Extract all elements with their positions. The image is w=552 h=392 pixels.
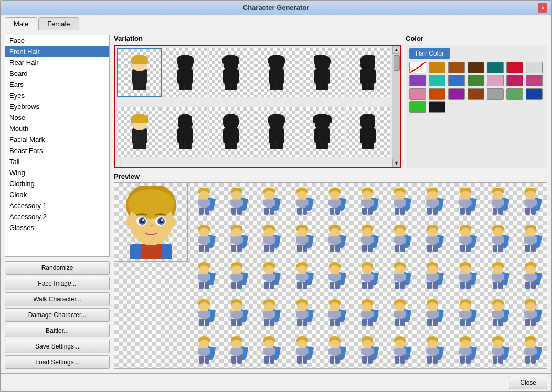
category-accessory2[interactable]: Accessory 2	[5, 211, 109, 222]
variation-scrollbar[interactable]: ▲ ▼	[392, 46, 400, 167]
variation-grid	[115, 46, 392, 167]
sprite-14	[286, 220, 319, 257]
variation-cell-11[interactable]	[345, 107, 390, 157]
category-nose[interactable]: Nose	[5, 112, 109, 123]
color-panel: Hair Color	[406, 45, 547, 168]
swatch-orange[interactable]	[429, 88, 445, 100]
category-eyes[interactable]: Eyes	[5, 90, 109, 101]
swatch-blue[interactable]	[448, 75, 465, 86]
category-glasses[interactable]: Glasses	[5, 222, 109, 233]
load-settings-button[interactable]: Load Settings...	[5, 355, 110, 369]
variation-cell-10[interactable]	[300, 107, 344, 157]
category-wing[interactable]: Wing	[5, 167, 109, 178]
variation-cell-1[interactable]	[163, 48, 207, 97]
category-list: Face Front Hair Rear Hair Beard Ears Eye…	[5, 35, 110, 257]
svg-point-14	[126, 217, 132, 227]
variation-cell-5[interactable]	[345, 48, 390, 97]
category-face[interactable]: Face	[5, 35, 109, 46]
swatch-dark-blue[interactable]	[526, 88, 543, 100]
swatch-cyan[interactable]	[429, 75, 445, 86]
left-panel: Face Front Hair Rear Hair Beard Ears Eye…	[5, 35, 110, 369]
window-close-button[interactable]: ×	[538, 3, 547, 13]
sprite-1	[220, 183, 253, 220]
category-front-hair[interactable]: Front Hair	[5, 46, 109, 57]
sprite-29	[416, 257, 449, 295]
randomize-button[interactable]: Randomize	[5, 261, 110, 275]
svg-point-13	[161, 219, 163, 221]
swatch-gray[interactable]	[487, 88, 504, 100]
sprite-36	[286, 294, 319, 331]
sprite-23	[220, 257, 253, 295]
category-ears[interactable]: Ears	[5, 79, 109, 90]
battler-button[interactable]: Battler...	[5, 324, 110, 337]
variation-cell-2[interactable]	[208, 48, 253, 97]
category-eyebrows[interactable]: Eyebrows	[5, 101, 109, 112]
sprite-11	[188, 220, 220, 257]
sprite-44	[188, 331, 220, 368]
variation-cell-6[interactable]	[117, 107, 162, 157]
sprite-22	[188, 257, 220, 295]
scroll-down-arrow[interactable]: ▼	[392, 159, 401, 167]
damage-character-button[interactable]: Damage Character...	[5, 308, 110, 322]
swatch-black[interactable]	[429, 101, 445, 113]
sprite-33	[188, 294, 220, 331]
variation-cell-7[interactable]	[163, 107, 207, 157]
sprite-34	[220, 294, 253, 331]
swatch-red[interactable]	[506, 62, 523, 73]
sprite-41	[449, 294, 481, 331]
face-image-button[interactable]: Face Image...	[5, 277, 110, 290]
swatch-purple[interactable]	[409, 75, 426, 86]
swatch-violet[interactable]	[448, 88, 465, 100]
swatch-none[interactable]	[409, 62, 426, 73]
sprite-37	[319, 294, 351, 331]
save-settings-button[interactable]: Save Settings...	[5, 340, 110, 353]
close-button[interactable]: Close	[509, 376, 547, 389]
swatch-light-gray[interactable]	[526, 62, 543, 73]
scroll-up-arrow[interactable]: ▲	[392, 46, 401, 54]
top-section: Variation	[114, 35, 547, 168]
color-tab-row: Hair Color	[409, 48, 544, 59]
swatch-brown-orange[interactable]	[448, 62, 465, 73]
scroll-thumb[interactable]	[394, 55, 400, 71]
category-mouth[interactable]: Mouth	[5, 123, 109, 134]
swatch-light-pink[interactable]	[409, 88, 426, 100]
category-tail[interactable]: Tail	[5, 156, 109, 167]
category-cloak[interactable]: Cloak	[5, 189, 109, 200]
variation-cell-0[interactable]	[117, 48, 162, 97]
color-tab-hair[interactable]: Hair Color	[409, 48, 450, 59]
swatch-dark-brown[interactable]	[468, 62, 484, 73]
variation-cell-3[interactable]	[254, 48, 299, 97]
sprite-0	[188, 183, 220, 220]
tab-male[interactable]: Male	[5, 17, 37, 30]
category-facial-mark[interactable]: Facial Mark	[5, 134, 109, 145]
category-rear-hair[interactable]: Rear Hair	[5, 57, 109, 68]
category-accessory1[interactable]: Accessory 1	[5, 200, 109, 211]
swatch-golden[interactable]	[429, 62, 445, 73]
tab-bar: Male Female	[1, 15, 551, 30]
swatch-hot-pink[interactable]	[506, 75, 523, 86]
category-beast-ears[interactable]: Beast Ears	[5, 145, 109, 156]
variation-cell-4[interactable]	[300, 48, 344, 97]
swatch-deep-pink[interactable]	[526, 75, 543, 86]
sprite-16	[351, 220, 384, 257]
sprite-27	[351, 257, 384, 295]
sprite-32	[514, 257, 547, 295]
category-clothing[interactable]: Clothing	[5, 178, 109, 189]
category-beard[interactable]: Beard	[5, 68, 109, 79]
swatch-green[interactable]	[468, 75, 484, 86]
swatch-rust[interactable]	[468, 88, 484, 100]
variation-cell-9[interactable]	[254, 107, 299, 157]
swatch-bright-green[interactable]	[409, 101, 426, 113]
variation-cell-8[interactable]	[208, 107, 253, 157]
walk-character-button[interactable]: Walk Character...	[5, 292, 110, 306]
preview-title: Preview	[114, 172, 547, 180]
swatch-light-green[interactable]	[506, 88, 523, 100]
variation-title: Variation	[114, 35, 401, 42]
content-area: Male Female Face Front Hair Rear Hair Be…	[1, 15, 551, 373]
face-preview	[114, 183, 188, 262]
tab-female[interactable]: Female	[38, 17, 79, 30]
swatch-pink-light[interactable]	[487, 75, 504, 86]
sprite-21	[514, 220, 547, 257]
sprite-43	[514, 294, 547, 331]
swatch-teal[interactable]	[487, 62, 504, 73]
